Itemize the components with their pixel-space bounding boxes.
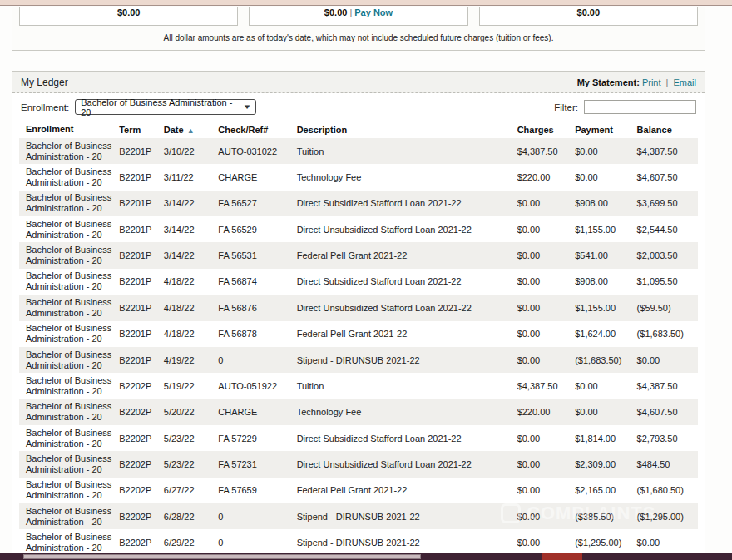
cell-charges: $0.00	[511, 485, 569, 495]
cell-balance: $2,544.50	[631, 225, 698, 235]
ledger-table-header: Enrollment Term Date▲ Check/Ref# Descrip…	[19, 121, 698, 138]
cell-term: B2201P	[112, 276, 157, 286]
ledger-table-row[interactable]: Bachelor of Business Administration - 20…	[19, 295, 698, 320]
col-header-term[interactable]: Term	[112, 125, 157, 135]
cell-balance: ($1,295.00)	[631, 512, 698, 522]
cell-date: 5/23/22	[157, 434, 212, 444]
cell-charges: $0.00	[511, 276, 569, 286]
ledger-table-row[interactable]: Bachelor of Business Administration - 20…	[19, 321, 698, 347]
ledger-table-row[interactable]: Bachelor of Business Administration - 20…	[19, 503, 698, 529]
cell-description: Tuition	[290, 381, 511, 391]
cell-charges: $0.00	[511, 459, 569, 469]
email-statement-link[interactable]: Email	[673, 77, 696, 87]
cell-enrollment: Bachelor of Business Administration - 20	[19, 141, 112, 162]
cell-enrollment: Bachelor of Business Administration - 20	[19, 532, 112, 553]
cell-enrollment: Bachelor of Business Administration - 20	[19, 453, 112, 475]
cell-balance: $0.00	[631, 355, 698, 365]
chevron-down-icon: ▼	[243, 103, 252, 111]
cell-description: Direct Unsubsidized Stafford Loan 2021-2…	[290, 459, 511, 469]
scrollbar-thumb[interactable]	[23, 554, 421, 559]
cell-charges: $0.00	[511, 198, 569, 208]
col-header-description[interactable]: Description	[290, 125, 511, 135]
enrollment-select[interactable]: Bachelor of Business Administration - 20…	[75, 99, 256, 115]
cell-enrollment: Bachelor of Business Administration - 20	[19, 219, 112, 240]
cell-date: 5/19/22	[157, 381, 212, 391]
cell-date: 6/28/22	[157, 512, 212, 522]
ledger-table-row[interactable]: Bachelor of Business Administration - 20…	[19, 529, 698, 555]
cell-description: Direct Subsidized Stafford Loan 2021-22	[290, 198, 511, 208]
print-statement-link[interactable]: Print	[642, 77, 661, 87]
cell-payment: ($1,683.50)	[568, 355, 630, 365]
cell-description: Technology Fee	[290, 172, 511, 182]
pay-now-link[interactable]: Pay Now	[354, 7, 393, 17]
filter-label: Filter:	[554, 102, 578, 112]
cell-term: B2202P	[112, 407, 157, 417]
col-header-enrollment[interactable]: Enrollment	[19, 124, 112, 135]
col-header-payment[interactable]: Payment	[568, 125, 630, 135]
ledger-table-row[interactable]: Bachelor of Business Administration - 20…	[19, 191, 698, 216]
cell-payment: $1,624.00	[568, 329, 630, 339]
cell-description: Stipend - DIRUNSUB 2021-22	[290, 538, 511, 548]
col-header-balance[interactable]: Balance	[631, 125, 698, 135]
cell-date: 3/14/22	[157, 250, 212, 260]
ledger-table-row[interactable]: Bachelor of Business Administration - 20…	[19, 425, 698, 451]
cell-description: Direct Unsubsidized Stafford Loan 2021-2…	[290, 303, 511, 313]
ledger-table-row[interactable]: Bachelor of Business Administration - 20…	[19, 216, 698, 242]
cell-balance: ($59.50)	[631, 303, 698, 313]
ledger-table-row[interactable]: Bachelor of Business Administration - 20…	[19, 373, 698, 399]
ledger-table-row[interactable]: Bachelor of Business Administration - 20…	[19, 347, 698, 373]
ledger-table-row[interactable]: Bachelor of Business Administration - 20…	[19, 451, 698, 477]
cell-payment: $908.00	[568, 198, 630, 208]
filter-input[interactable]	[584, 100, 696, 114]
cell-description: Federal Pell Grant 2021-22	[290, 329, 511, 339]
cell-term: B2201P	[112, 172, 157, 182]
cell-date: 3/11/22	[157, 172, 212, 182]
ledger-table-row[interactable]: Bachelor of Business Administration - 20…	[19, 269, 698, 295]
cell-payment: $908.00	[568, 276, 630, 286]
cell-payment: $2,165.00	[568, 485, 630, 495]
cell-charges: $0.00	[511, 250, 569, 260]
cell-check-ref: CHARGE	[211, 407, 289, 417]
cell-term: B2201P	[112, 303, 157, 313]
cell-charges: $0.00	[511, 355, 569, 365]
ledger-table-body: Bachelor of Business Administration - 20…	[19, 138, 698, 556]
cell-enrollment: Bachelor of Business Administration - 20	[19, 479, 112, 501]
cell-enrollment: Bachelor of Business Administration - 20	[19, 245, 112, 266]
cell-term: B2201P	[112, 250, 157, 260]
cell-term: B2202P	[112, 485, 157, 495]
horizontal-scrollbar[interactable]	[0, 553, 732, 560]
cell-date: 5/20/22	[157, 407, 212, 417]
cell-balance: $2,003.50	[631, 250, 698, 260]
ledger-table-row[interactable]: Bachelor of Business Administration - 20…	[19, 164, 698, 190]
ledger-table-row[interactable]: Bachelor of Business Administration - 20…	[19, 478, 698, 503]
cell-term: B2201P	[112, 329, 157, 339]
ledger-controls: Enrollment: Bachelor of Business Adminis…	[12, 93, 705, 121]
ledger-table-row[interactable]: Bachelor of Business Administration - 20…	[19, 138, 698, 164]
cell-balance: $3,699.50	[631, 198, 698, 208]
cell-charges: $0.00	[511, 225, 569, 235]
cell-description: Stipend - DIRUNSUB 2021-22	[290, 355, 511, 365]
ledger-title: My Ledger	[21, 77, 68, 88]
cell-balance: $4,607.50	[631, 407, 698, 417]
ledger-table-row[interactable]: Bachelor of Business Administration - 20…	[19, 242, 698, 268]
cell-term: B2202P	[112, 381, 157, 391]
cell-payment: ($1,295.00)	[568, 538, 630, 548]
cell-enrollment: Bachelor of Business Administration - 20	[19, 506, 112, 528]
sort-ascending-icon: ▲	[187, 126, 195, 135]
cell-term: B2201P	[112, 198, 157, 208]
col-header-date[interactable]: Date▲	[157, 125, 212, 135]
cell-payment: ($385.50)	[568, 512, 630, 522]
cell-charges: $4,387.50	[511, 146, 569, 156]
cell-payment: $541.00	[568, 250, 630, 260]
cell-charges: $220.00	[511, 172, 569, 182]
my-ledger-panel: My Ledger My Statement: Print | Email En…	[12, 71, 705, 556]
cell-term: B2202P	[112, 512, 157, 522]
cell-check-ref: FA 57229	[211, 434, 289, 444]
cell-enrollment: Bachelor of Business Administration - 20	[19, 428, 112, 449]
col-header-charges[interactable]: Charges	[511, 125, 569, 135]
summary-disclaimer-note: All dollar amounts are as of today's dat…	[12, 33, 705, 42]
cell-check-ref: FA 56874	[211, 276, 289, 286]
ledger-table-row[interactable]: Bachelor of Business Administration - 20…	[19, 399, 698, 425]
cell-payment: $1,155.00	[568, 225, 630, 235]
col-header-check-ref[interactable]: Check/Ref#	[211, 125, 289, 135]
